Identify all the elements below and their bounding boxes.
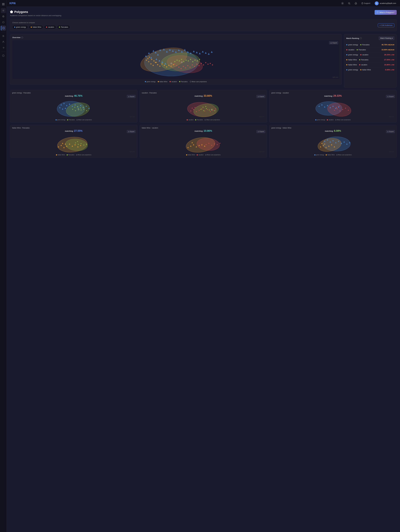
- chart-card-matching-4: matching: 27.55%: [12, 129, 135, 132]
- svg-rect-52: [157, 64, 158, 65]
- main-content: ⬟ Polygons Audience comparison based on …: [7, 7, 400, 532]
- chip-italian-wine[interactable]: Italian Wine: [29, 25, 43, 29]
- rank-score-5: 10.86% LOW: [384, 64, 394, 66]
- svg-rect-140: [203, 110, 204, 111]
- page-title: ⬟ Polygons: [10, 10, 61, 14]
- svg-rect-55: [164, 65, 165, 66]
- chip-dot-vacation: [46, 26, 47, 28]
- rank-badge-2: MEDIUM: [388, 49, 394, 51]
- sidebar-item-settings[interactable]: [1, 33, 6, 38]
- overview-export-button[interactable]: Export: [329, 41, 338, 44]
- watermark-4: kpi6.com: [130, 151, 135, 152]
- user-email: academy@kpi6.com: [380, 2, 396, 4]
- sidebar-item-chart[interactable]: [1, 14, 6, 19]
- rank-value-5: 10.86%: [384, 64, 391, 66]
- chart-export-btn-2[interactable]: Export: [256, 95, 265, 98]
- sidebar-item-users[interactable]: [1, 39, 6, 44]
- svg-point-75: [198, 65, 200, 66]
- export-label-5: Export: [260, 131, 264, 132]
- sidebar-item-polygons[interactable]: [1, 25, 6, 31]
- svg-point-136: [215, 108, 216, 109]
- svg-rect-179: [75, 143, 76, 143]
- rank-item-5: Italian Wine - vacation 10.86% LOW: [346, 62, 394, 67]
- edit-icon: ✏: [380, 24, 381, 26]
- svg-point-159: [337, 108, 338, 109]
- overview-export-label: Export: [332, 42, 337, 44]
- svg-rect-183: [86, 144, 87, 145]
- rank-pair-2: vacation - Pancakes: [346, 49, 366, 51]
- chart-card-title-1: green energy - Pancakes: [12, 92, 135, 94]
- rank-dot-4a: [346, 59, 347, 60]
- svg-marker-8: [2, 27, 4, 29]
- rank-label-5a: Italian Wine: [348, 64, 357, 66]
- chart-card-title-4: Italian Wine - Pancakes: [12, 127, 135, 129]
- rank-separator-6: -: [359, 69, 359, 71]
- sidebar-item-graph[interactable]: [1, 20, 6, 25]
- matching-value-5: 10.86%: [204, 129, 212, 132]
- svg-point-127: [191, 111, 191, 111]
- support-button[interactable]: Support: [360, 2, 371, 5]
- rank-value-6: 6.08%: [385, 69, 391, 71]
- edit-audiences-button[interactable]: ✏ Edit Audiences: [378, 23, 394, 27]
- rank-score-2: 33.66% MEDIUM: [382, 49, 394, 51]
- ranking-info-icon[interactable]: i: [360, 37, 362, 39]
- settings-icon[interactable]: [340, 1, 345, 6]
- svg-rect-119: [86, 110, 87, 111]
- rank-label-2a: vacation: [348, 49, 354, 51]
- chart-card-matching-3: matching: 29.33%: [271, 95, 394, 97]
- chip-label-vacation: vacation: [48, 26, 54, 28]
- sidebar-item-overview[interactable]: [1, 8, 6, 13]
- chart-card-6: green energy - Italian Wine matching: 6.…: [269, 125, 397, 158]
- legend-dot-pa: [179, 81, 180, 82]
- svg-point-130: [199, 110, 200, 111]
- rank-dot-2b: [357, 49, 358, 50]
- rank-item-2: vacation - Pancakes 33.66% MEDIUM: [346, 47, 394, 52]
- chart-export-btn-3[interactable]: Export: [386, 95, 395, 98]
- svg-point-70: [187, 65, 188, 66]
- watermark-5: kpi6.com: [259, 151, 265, 152]
- notifications-icon[interactable]: [354, 1, 358, 6]
- svg-marker-7: [2, 21, 4, 23]
- matching-value-4: 27.55%: [74, 129, 82, 132]
- sidebar-item-help[interactable]: ?: [1, 53, 6, 58]
- svg-point-68: [183, 66, 184, 67]
- svg-rect-146: [205, 106, 206, 107]
- chart-card-matching-5: matching: 10.86%: [142, 129, 265, 132]
- sidebar-item-share[interactable]: [1, 45, 6, 50]
- svg-rect-85: [177, 60, 178, 61]
- chip-pancakes[interactable]: Pancakes: [57, 25, 70, 29]
- overview-info-icon[interactable]: i: [21, 37, 23, 38]
- matching-value-2: 33.66%: [204, 95, 212, 97]
- mini-chart-5: kpi6.com: [142, 133, 265, 153]
- search-icon[interactable]: [347, 1, 351, 6]
- chart-export-btn-5[interactable]: Export: [256, 130, 265, 133]
- sidebar-item-menu[interactable]: [1, 2, 6, 7]
- legend-dot-va: [170, 81, 171, 82]
- watermark-1: kpi6.com: [130, 116, 135, 117]
- chart-export-btn-4[interactable]: Export: [127, 130, 136, 133]
- chart-card-matching-6: matching: 6.08%: [271, 129, 394, 132]
- match-ranking-dropdown[interactable]: Match Ranking ▾: [379, 36, 394, 40]
- svg-point-79: [208, 64, 209, 65]
- chart-export-btn-1[interactable]: Export: [127, 95, 136, 98]
- svg-rect-88: [183, 61, 185, 62]
- legend-vacation: vacation: [170, 81, 177, 82]
- rank-label-1a: green energy: [348, 44, 358, 46]
- what-is-polygons-button[interactable]: ⓘ What is Polygons?: [375, 10, 397, 15]
- chip-dot-pancakes: [59, 26, 60, 28]
- user-menu[interactable]: A academy@kpi6.com: [374, 1, 397, 6]
- chip-green-energy[interactable]: green energy: [12, 25, 28, 29]
- rank-pair-3: green energy - vacation: [346, 54, 368, 56]
- svg-marker-37: [193, 50, 195, 52]
- rank-label-2b: Pancakes: [359, 49, 366, 51]
- svg-point-73: [194, 66, 195, 67]
- chart-card-title-5: Italian Wine - vacation: [142, 127, 265, 129]
- svg-point-135: [213, 110, 214, 111]
- svg-point-4: [3, 10, 4, 11]
- rank-label-5b: vacation: [361, 64, 367, 66]
- chart-export-btn-6[interactable]: Export: [386, 130, 395, 133]
- svg-point-83: [174, 64, 175, 65]
- svg-point-77: [203, 64, 204, 65]
- svg-point-74: [196, 64, 197, 65]
- chip-vacation[interactable]: vacation: [44, 25, 56, 29]
